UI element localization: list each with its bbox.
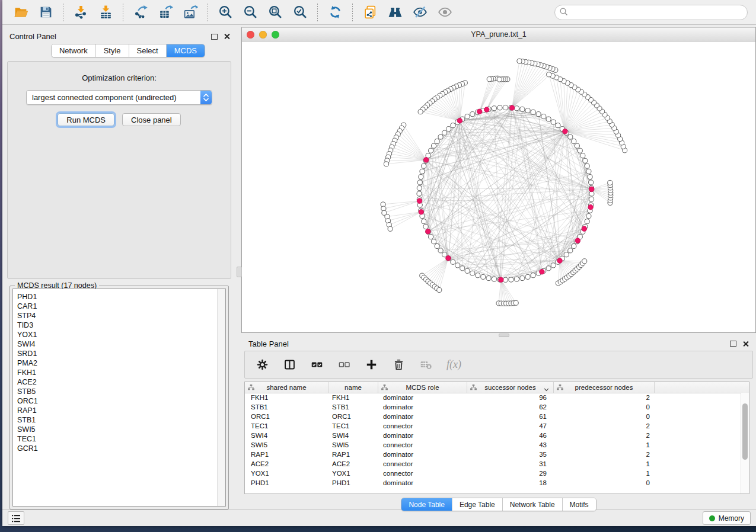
close-icon[interactable] [224, 33, 230, 40]
table-cell[interactable]: dominator [378, 402, 467, 412]
network-canvas[interactable] [242, 41, 755, 332]
mcds-result-list[interactable]: PHD1CAR1STP4TID3YOX1SWI4SRD1PMA2FKH1ACE2… [12, 289, 226, 507]
select-all-rows-button[interactable] [310, 358, 323, 371]
column-header-name[interactable]: name [328, 382, 378, 393]
table-row[interactable]: YOX1YOX1connector291 [245, 469, 741, 478]
table-row[interactable]: ACE2ACE2connector311 [245, 459, 741, 469]
export-table-button[interactable] [157, 4, 174, 21]
table-cell[interactable]: dominator [378, 450, 467, 459]
table-cell[interactable]: ORC1 [245, 412, 328, 421]
import-table-button[interactable] [97, 4, 114, 21]
scrollbar-thumb[interactable] [742, 403, 748, 460]
close-panel-button[interactable]: Close panel [122, 113, 181, 126]
table-cell[interactable]: connector [378, 440, 467, 450]
table-cell[interactable]: RAP1 [328, 450, 378, 459]
table-row[interactable]: TEC1TEC1connector472 [245, 421, 741, 431]
table-cell[interactable]: PHD1 [245, 478, 328, 488]
table-cell[interactable]: SWI5 [245, 440, 328, 450]
tab-style[interactable]: Style [95, 44, 129, 57]
table-cell[interactable]: connector [378, 459, 467, 469]
table-cell[interactable]: TEC1 [328, 421, 378, 431]
splitter-grip[interactable] [237, 267, 242, 277]
table-tab-motifs[interactable]: Motifs [562, 498, 596, 511]
tab-network[interactable]: Network [52, 44, 95, 57]
table-cell[interactable]: 96 [467, 393, 554, 402]
table-cell[interactable]: 18 [467, 478, 554, 488]
table-cell[interactable]: YOX1 [328, 469, 378, 478]
hide-graphics-details-button[interactable] [411, 4, 429, 21]
zoom-selected-button[interactable] [291, 4, 309, 21]
table-cell[interactable]: 31 [467, 459, 554, 469]
zoom-in-button[interactable] [216, 4, 234, 21]
table-row[interactable]: STB1STB1dominator620 [245, 402, 741, 412]
table-row[interactable]: SWI5SWI5connector431 [245, 440, 741, 450]
share-session-button[interactable] [361, 4, 379, 21]
export-network-button[interactable] [132, 4, 149, 21]
zoom-out-button[interactable] [241, 4, 259, 21]
table-cell[interactable]: 1 [554, 440, 655, 450]
table-cell[interactable]: 0 [554, 402, 655, 412]
table-tab-network-table[interactable]: Network Table [502, 498, 562, 511]
float-window-icon[interactable] [211, 34, 218, 40]
apply-layout-button[interactable] [326, 4, 344, 21]
close-icon[interactable] [742, 341, 749, 347]
table-cell[interactable]: 2 [554, 421, 655, 431]
table-cell[interactable]: 0 [554, 412, 655, 421]
table-cell[interactable]: SWI4 [328, 431, 378, 440]
table-cell[interactable]: SWI4 [245, 431, 328, 440]
table-cell[interactable]: TEC1 [245, 421, 328, 431]
table-cell[interactable]: 62 [467, 402, 554, 412]
table-scrollbar[interactable] [741, 393, 749, 493]
table-tab-edge-table[interactable]: Edge Table [452, 498, 502, 511]
export-image-button[interactable] [181, 4, 199, 21]
float-window-icon[interactable] [730, 341, 736, 347]
table-cell[interactable]: 35 [467, 450, 554, 459]
delete-column-button[interactable] [392, 358, 405, 371]
table-cell[interactable]: STB1 [328, 402, 378, 412]
table-cell[interactable]: ACE2 [245, 459, 328, 469]
table-cell[interactable]: dominator [378, 478, 467, 488]
table-cell[interactable]: 2 [554, 393, 655, 402]
table-cell[interactable]: 47 [467, 421, 554, 431]
table-cell[interactable]: dominator [378, 431, 467, 440]
table-cell[interactable]: connector [378, 421, 467, 431]
table-cell[interactable]: ACE2 [328, 459, 378, 469]
column-header-predecessor-nodes[interactable]: predecessor nodes [554, 382, 655, 393]
table-cell[interactable]: 2 [554, 450, 655, 459]
search-input[interactable] [554, 5, 748, 20]
table-cell[interactable]: ORC1 [328, 412, 378, 421]
table-cell[interactable]: 1 [554, 459, 655, 469]
list-scrollbar[interactable] [217, 289, 225, 506]
column-header-MCDS-role[interactable]: MCDS role [378, 382, 467, 393]
table-cell[interactable]: connector [378, 469, 467, 478]
table-cell[interactable]: STB1 [245, 402, 328, 412]
table-cell[interactable]: 1 [554, 469, 655, 478]
table-cell[interactable]: PHD1 [328, 478, 378, 488]
column-header-successor-nodes[interactable]: successor nodes [467, 382, 554, 393]
task-history-button[interactable] [8, 511, 24, 525]
tab-select[interactable]: Select [129, 44, 166, 57]
zoom-fit-button[interactable] [266, 4, 284, 21]
table-cell[interactable]: 29 [467, 469, 554, 478]
table-cell[interactable]: 43 [467, 440, 554, 450]
table-cell[interactable]: 2 [554, 431, 655, 440]
table-cell[interactable]: YOX1 [245, 469, 328, 478]
table-cell[interactable]: FKH1 [328, 393, 378, 402]
table-settings-button[interactable] [256, 358, 269, 371]
table-row[interactable]: ORC1ORC1dominator610 [245, 412, 741, 421]
table-cell[interactable]: SWI5 [328, 440, 378, 450]
table-row[interactable]: SWI4SWI4dominator462 [245, 431, 741, 440]
table-cell[interactable]: dominator [378, 393, 467, 402]
run-mcds-button[interactable]: Run MCDS [58, 113, 114, 126]
table-cell[interactable]: FKH1 [245, 393, 328, 402]
add-column-button[interactable] [365, 358, 378, 371]
table-cell[interactable]: 61 [467, 412, 554, 421]
memory-button[interactable]: Memory [703, 511, 751, 525]
find-button[interactable] [386, 4, 404, 21]
table-row[interactable]: FKH1FKH1dominator962 [245, 393, 741, 402]
tab-mcds[interactable]: MCDS [166, 44, 205, 57]
table-cell[interactable]: RAP1 [245, 450, 328, 459]
save-session-button[interactable] [37, 4, 55, 21]
table-cell[interactable]: 0 [554, 478, 655, 488]
table-cell[interactable]: 46 [467, 431, 554, 440]
